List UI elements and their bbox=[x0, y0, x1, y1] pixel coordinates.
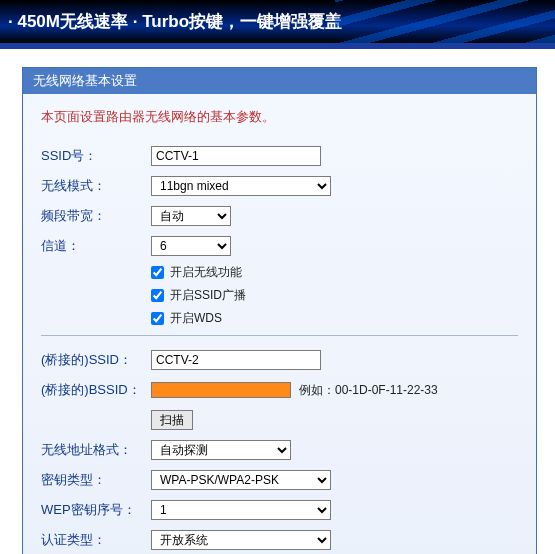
bssid-hint: 例如：00-1D-0F-11-22-33 bbox=[299, 382, 438, 399]
enable-wds-label: 开启WDS bbox=[170, 310, 222, 327]
ssid-label: SSID号： bbox=[41, 147, 151, 165]
wep-idx-select[interactable]: 1 bbox=[151, 500, 331, 520]
mode-select[interactable]: 11bgn mixed bbox=[151, 176, 331, 196]
addr-format-select[interactable]: 自动探测 bbox=[151, 440, 291, 460]
channel-select[interactable]: 6 bbox=[151, 236, 231, 256]
bridge-ssid-label: (桥接的)SSID： bbox=[41, 351, 151, 369]
banner: · 450M无线速率 · Turbo按键，一键增强覆盖 bbox=[0, 0, 555, 49]
panel-title: 无线网络基本设置 bbox=[23, 68, 536, 94]
enable-wireless-checkbox[interactable] bbox=[151, 266, 164, 279]
bandwidth-select[interactable]: 自动 bbox=[151, 206, 231, 226]
auth-type-select[interactable]: 开放系统 bbox=[151, 530, 331, 550]
divider bbox=[41, 335, 518, 336]
ssid-input[interactable] bbox=[151, 146, 321, 166]
enable-ssid-broadcast-label: 开启SSID广播 bbox=[170, 287, 246, 304]
settings-panel: 无线网络基本设置 本页面设置路由器无线网络的基本参数。 SSID号： 无线模式：… bbox=[22, 67, 537, 554]
enable-wds-checkbox[interactable] bbox=[151, 312, 164, 325]
bridge-bssid-label: (桥接的)BSSID： bbox=[41, 381, 151, 399]
bandwidth-label: 频段带宽： bbox=[41, 207, 151, 225]
bridge-bssid-input[interactable] bbox=[151, 382, 291, 398]
enable-ssid-broadcast-checkbox[interactable] bbox=[151, 289, 164, 302]
key-type-select[interactable]: WPA-PSK/WPA2-PSK bbox=[151, 470, 331, 490]
channel-label: 信道： bbox=[41, 237, 151, 255]
enable-wireless-label: 开启无线功能 bbox=[170, 264, 242, 281]
addr-format-label: 无线地址格式： bbox=[41, 441, 151, 459]
bridge-ssid-input[interactable] bbox=[151, 350, 321, 370]
mode-label: 无线模式： bbox=[41, 177, 151, 195]
wep-idx-label: WEP密钥序号： bbox=[41, 501, 151, 519]
auth-type-label: 认证类型： bbox=[41, 531, 151, 549]
key-type-label: 密钥类型： bbox=[41, 471, 151, 489]
scan-button[interactable]: 扫描 bbox=[151, 410, 193, 430]
page-description: 本页面设置路由器无线网络的基本参数。 bbox=[41, 108, 518, 126]
